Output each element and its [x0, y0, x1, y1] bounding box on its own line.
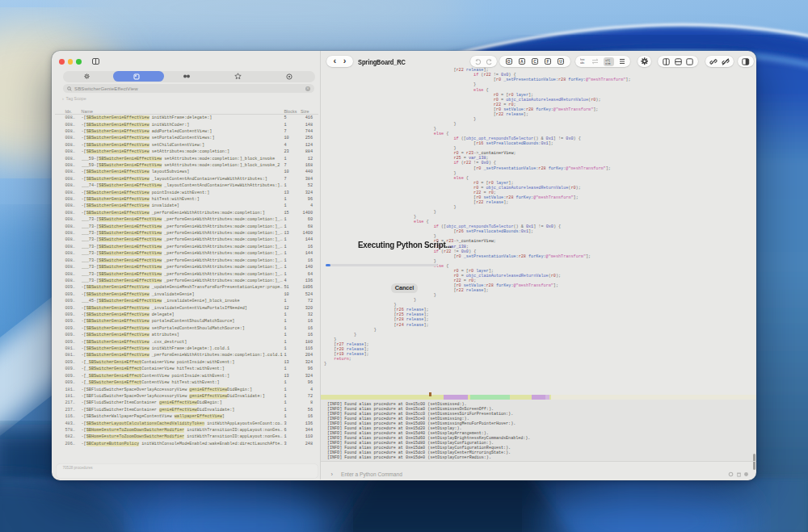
svg-text:x>0: x>0: [605, 62, 610, 65]
svg-text:abc: abc: [580, 61, 585, 65]
